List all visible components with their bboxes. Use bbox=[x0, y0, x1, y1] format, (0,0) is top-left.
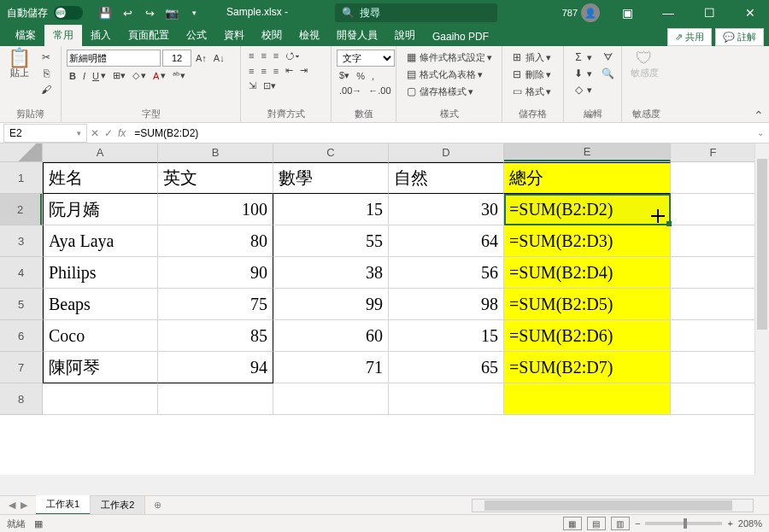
find-select-button[interactable]: 🔍 bbox=[598, 66, 617, 81]
save-icon[interactable]: 💾 bbox=[98, 6, 112, 20]
name-box[interactable]: E2 ▾ bbox=[3, 124, 87, 143]
cell[interactable]: 30 bbox=[389, 194, 504, 225]
indent-decrease-button[interactable]: ⇤ bbox=[283, 64, 296, 77]
cell-styles-button[interactable]: ▢儲存格樣式▾ bbox=[402, 84, 476, 99]
row-header[interactable]: 3 bbox=[0, 225, 42, 257]
orientation-button[interactable]: ⭯▾ bbox=[283, 50, 302, 61]
font-name-select[interactable] bbox=[67, 50, 161, 67]
cell[interactable]: Aya Laya bbox=[43, 225, 158, 257]
autosum-button[interactable]: Σ▾ bbox=[569, 50, 595, 65]
cell[interactable] bbox=[671, 289, 756, 320]
cell[interactable]: 56 bbox=[389, 257, 504, 289]
camera-icon[interactable]: 📷 bbox=[165, 6, 179, 20]
merge-button[interactable]: ⊡▾ bbox=[261, 79, 279, 92]
cell[interactable]: 陳阿琴 bbox=[43, 352, 158, 383]
cell[interactable] bbox=[671, 194, 756, 225]
cell[interactable]: 自然 bbox=[389, 162, 504, 194]
cell[interactable] bbox=[671, 257, 756, 289]
sheet-tab[interactable]: 工作表2 bbox=[91, 496, 145, 515]
cell[interactable]: =SUM(B2:D6) bbox=[504, 320, 671, 352]
sheet-nav-next-icon[interactable]: ▶ bbox=[21, 500, 27, 511]
row-header[interactable]: 4 bbox=[0, 257, 42, 289]
currency-button[interactable]: $▾ bbox=[337, 69, 352, 82]
cell[interactable] bbox=[671, 225, 756, 257]
cell[interactable]: 數學 bbox=[273, 162, 389, 194]
wrap-text-button[interactable]: ⇲ bbox=[246, 79, 259, 92]
cell[interactable]: 38 bbox=[273, 257, 389, 289]
row-header[interactable]: 6 bbox=[0, 320, 42, 352]
cell[interactable]: 80 bbox=[158, 225, 273, 257]
bold-button[interactable]: B bbox=[67, 70, 79, 82]
cell[interactable]: =SUM(B2:D5) bbox=[504, 289, 671, 320]
cell[interactable]: 60 bbox=[273, 320, 389, 352]
cell[interactable] bbox=[671, 162, 756, 194]
row-header[interactable]: 2 bbox=[0, 194, 42, 225]
cell[interactable]: 64 bbox=[389, 225, 504, 257]
cell[interactable]: =SUM(B2:D4) bbox=[504, 257, 671, 289]
cell[interactable]: Beaps bbox=[43, 289, 158, 320]
phonetic-button[interactable]: ᵃᵇ▾ bbox=[170, 69, 188, 82]
redo-icon[interactable]: ↪ bbox=[143, 6, 156, 20]
zoom-thumb[interactable] bbox=[684, 518, 687, 529]
sensitivity-button[interactable]: 🛡 敏感度 bbox=[627, 50, 661, 81]
cut-button[interactable]: ✂ bbox=[37, 50, 56, 65]
font-size-select[interactable] bbox=[162, 50, 191, 67]
col-header-f[interactable]: F bbox=[671, 143, 756, 161]
cell[interactable] bbox=[671, 383, 756, 415]
cell[interactable]: 71 bbox=[273, 352, 389, 383]
paste-button[interactable]: 📋 貼上 bbox=[5, 50, 33, 81]
sheet-nav-prev-icon[interactable]: ◀ bbox=[9, 500, 15, 511]
cell[interactable]: 100 bbox=[158, 194, 273, 225]
new-sheet-button[interactable]: ⊕ bbox=[145, 500, 170, 511]
account-button[interactable]: 787 👤 bbox=[557, 3, 605, 22]
tab-pagelayout[interactable]: 頁面配置 bbox=[120, 25, 178, 46]
normal-view-button[interactable]: ▦ bbox=[563, 517, 582, 530]
tab-review[interactable]: 校閱 bbox=[253, 25, 291, 46]
fill-color-button[interactable]: ◇▾ bbox=[130, 69, 149, 82]
conditional-format-button[interactable]: ▦條件式格式設定▾ bbox=[402, 50, 495, 65]
row-header[interactable]: 1 bbox=[0, 162, 42, 194]
decrease-font-button[interactable]: A↓ bbox=[211, 52, 227, 64]
cell[interactable]: 總分 bbox=[504, 162, 671, 194]
cell[interactable]: 98 bbox=[389, 289, 504, 320]
row-header[interactable]: 7 bbox=[0, 352, 42, 383]
cell[interactable]: Coco bbox=[43, 320, 158, 352]
indent-increase-button[interactable]: ⇥ bbox=[297, 64, 310, 77]
cell[interactable] bbox=[671, 320, 756, 352]
format-cells-button[interactable]: ▭格式▾ bbox=[508, 84, 554, 99]
decrease-decimal-button[interactable]: ←.00 bbox=[366, 85, 393, 96]
cell[interactable]: 94 bbox=[158, 352, 273, 383]
align-bottom-button[interactable]: ≡ bbox=[271, 50, 281, 61]
cell[interactable] bbox=[389, 383, 504, 415]
qat-dropdown-icon[interactable]: ▾ bbox=[187, 6, 201, 20]
comma-button[interactable]: , bbox=[369, 70, 377, 82]
cancel-formula-icon[interactable]: ✕ bbox=[91, 127, 99, 139]
tab-insert[interactable]: 插入 bbox=[82, 25, 120, 46]
comments-button[interactable]: 💬註解 bbox=[715, 28, 764, 46]
cell[interactable]: 75 bbox=[158, 289, 273, 320]
tab-view[interactable]: 檢視 bbox=[291, 25, 328, 46]
scrollbar-thumb[interactable] bbox=[484, 500, 732, 511]
cell[interactable] bbox=[273, 383, 389, 415]
cell[interactable]: =SUM(B2:D2) bbox=[504, 194, 671, 225]
col-header-b[interactable]: B bbox=[158, 143, 273, 161]
cell[interactable]: 55 bbox=[273, 225, 389, 257]
namebox-dropdown-icon[interactable]: ▾ bbox=[77, 129, 81, 137]
tab-formulas[interactable]: 公式 bbox=[178, 25, 215, 46]
cell[interactable]: 姓名 bbox=[43, 162, 158, 194]
tab-data[interactable]: 資料 bbox=[215, 25, 253, 46]
select-all-corner[interactable] bbox=[0, 143, 43, 161]
cell[interactable] bbox=[43, 383, 158, 415]
col-header-c[interactable]: C bbox=[273, 143, 389, 161]
horizontal-scrollbar[interactable] bbox=[472, 499, 754, 512]
vertical-scrollbar[interactable] bbox=[754, 143, 769, 475]
cell[interactable] bbox=[504, 383, 671, 415]
insert-cells-button[interactable]: ⊞插入▾ bbox=[508, 50, 554, 65]
align-left-button[interactable]: ≡ bbox=[246, 65, 256, 77]
increase-decimal-button[interactable]: .00→ bbox=[337, 85, 364, 96]
number-format-select[interactable]: 文字 bbox=[337, 50, 395, 67]
col-header-d[interactable]: D bbox=[389, 143, 504, 161]
copy-button[interactable]: ⎘ bbox=[37, 66, 56, 81]
tab-developer[interactable]: 開發人員 bbox=[328, 25, 386, 46]
cell[interactable]: =SUM(B2:D3) bbox=[504, 225, 671, 257]
